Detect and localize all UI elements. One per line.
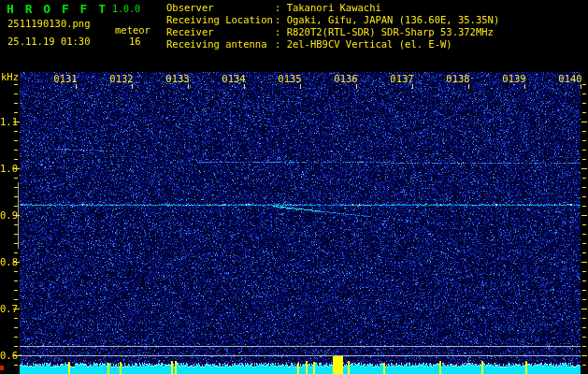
spectrogram-canvas [0,0,588,374]
info-row: Receiving Location: Ogaki, Gifu, JAPAN (… [166,14,499,26]
info-colon: : [275,26,287,37]
freq-tick-label: 0.9 [0,209,12,221]
info-label: Observer [166,2,275,14]
info-label: Receiving antenna [166,38,275,50]
info-label: Receiving Location [166,14,275,26]
freq-unit-label: kHz [1,71,19,82]
time-tick-label: 0137 [390,73,413,84]
info-row: Receiving antenna: 2el-HB9CV Vertical (e… [166,38,499,50]
mode-label: meteor [115,24,151,36]
info-value: 2el-HB9CV Vertical (el. E-W) [287,38,452,50]
freq-tick-label: 0.6 [0,350,12,361]
freq-tick-label: 1.0 [0,163,12,174]
obs-datetime: 25.11.19 01:30 [7,36,91,47]
time-tick-label: 0132 [109,73,133,84]
time-tick-label: 0135 [278,73,301,84]
station-info: Observer: Takanori KawachiReceiving Loca… [166,2,499,50]
freq-tick-label: 0.8 [0,256,12,267]
info-value: R820T2(RTL-SDR) SDR-Sharp 53.372MHz [287,26,494,37]
info-value: Takanori Kawachi [287,2,381,13]
freq-tick-label: 1.1 [0,116,12,127]
info-colon: : [275,2,287,13]
time-tick-label: 0131 [53,73,77,84]
time-tick-label: 0140 [558,73,581,84]
app-title: H R O F F T [7,2,108,16]
info-label: Receiver [166,26,275,38]
info-row: Receiver: R820T2(RTL-SDR) SDR-Sharp 53.3… [166,26,499,38]
info-value: Ogaki, Gifu, JAPAN (136.60E, 35.35N) [287,14,500,25]
time-tick-label: 0133 [165,73,189,84]
time-tick-label: 0136 [334,73,357,84]
time-tick-label: 0139 [502,73,525,84]
info-colon: : [275,38,287,50]
info-row: Observer: Takanori Kawachi [166,2,499,14]
time-tick-label: 0134 [222,73,245,84]
freq-tick-label: 0.7 [0,303,12,314]
info-colon: : [275,14,287,25]
app-version: 1.0.0 [112,4,140,14]
output-filename: 2511190130.png [7,18,91,29]
time-tick-label: 0138 [446,73,469,84]
event-count: 16 [129,36,141,47]
hrofft-screen: H R O F F T 1.0.0 2511190130.png meteor … [0,0,588,374]
